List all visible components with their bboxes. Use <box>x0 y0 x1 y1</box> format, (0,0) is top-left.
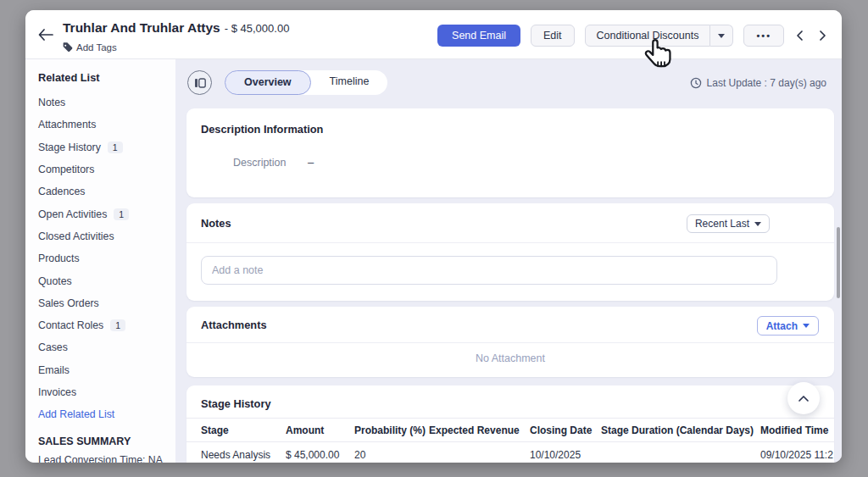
main-content: Overview Timeline Last Update : 7 day(s)… <box>175 59 842 463</box>
sidebar-item-notes[interactable]: Notes <box>38 92 167 114</box>
divider <box>186 342 834 343</box>
attachments-section: Attachments Attach No Attachment <box>186 307 834 377</box>
notes-sort-label: Recent Last <box>695 218 749 230</box>
panel-toggle-icon <box>194 78 206 88</box>
description-section: Description Information Description – <box>186 108 834 197</box>
vertical-scrollbar[interactable] <box>837 227 840 298</box>
conditional-discounts-button[interactable]: Conditional Discounts <box>585 25 711 47</box>
divider <box>186 242 834 243</box>
sidebar-item-cadences[interactable]: Cadences <box>38 180 167 202</box>
record-header: Truhlar And Truhlar Attys- $ 45,000.00 A… <box>25 10 842 59</box>
more-actions-button[interactable]: ••• <box>743 25 784 47</box>
app-window: Truhlar And Truhlar Attys- $ 45,000.00 A… <box>25 10 842 463</box>
back-arrow-icon[interactable] <box>37 28 54 42</box>
sidebar-item-products[interactable]: Products <box>38 247 167 269</box>
edit-button[interactable]: Edit <box>531 25 575 47</box>
notes-sort-dropdown[interactable]: Recent Last <box>687 214 770 233</box>
stage-history-section: Stage History Stage Amount Probability (… <box>186 385 834 463</box>
table-row[interactable]: Needs Analysis $ 45,000.00 20 10/10/2025… <box>186 442 834 463</box>
page-title: Truhlar And Truhlar Attys <box>63 20 220 35</box>
sidebar-item-quotes[interactable]: Quotes <box>38 269 167 291</box>
sidebar-item-invoices[interactable]: Invoices <box>38 381 167 403</box>
lead-conversion-time: Lead Conversion Time: NA <box>38 454 167 463</box>
conditional-discounts-split-button: Conditional Discounts <box>585 25 734 47</box>
section-title: Attachments <box>201 319 267 331</box>
caret-down-icon <box>718 34 725 38</box>
previous-record-icon[interactable] <box>794 30 806 42</box>
caret-down-icon <box>754 222 761 226</box>
count-badge: 1 <box>114 208 129 220</box>
last-update: Last Update : 7 day(s) ago <box>690 77 826 89</box>
section-title: Description Information <box>201 123 323 136</box>
section-title: Notes <box>201 217 231 230</box>
sidebar-item-stage-history[interactable]: Stage History1 <box>38 136 167 158</box>
scroll-to-top-button[interactable] <box>787 382 820 414</box>
sidebar-item-cases[interactable]: Cases <box>38 336 167 358</box>
table-header-row: Stage Amount Probability (%) Expected Re… <box>186 418 834 442</box>
sidebar-item-competitors[interactable]: Competitors <box>38 158 167 180</box>
sidebar-item-sales-orders[interactable]: Sales Orders <box>38 292 167 314</box>
add-tags-label: Add Tags <box>76 42 117 53</box>
add-related-list-link[interactable]: Add Related List <box>38 403 167 425</box>
description-field-value: – <box>308 156 314 169</box>
count-badge: 1 <box>108 141 123 153</box>
column-header-expected-revenue: Expected Revenue <box>429 424 530 436</box>
screen: { "header": { "title": "Truhlar And Truh… <box>0 0 868 477</box>
view-tabs: Overview Timeline <box>225 70 387 95</box>
no-attachment-text: No Attachment <box>186 352 834 364</box>
sidebar-item-open-activities[interactable]: Open Activities1 <box>38 202 167 225</box>
collapse-panel-button[interactable] <box>187 70 212 95</box>
attach-dropdown-button[interactable]: Attach <box>757 316 819 336</box>
caret-down-icon <box>803 324 810 328</box>
attach-label: Attach <box>766 320 798 332</box>
description-field-label: Description <box>233 157 287 169</box>
cell-amount: $ 45,000.00 <box>286 449 354 461</box>
related-list-header: Related List <box>38 71 167 83</box>
cell-stage: Needs Analysis <box>201 449 286 461</box>
add-note-input[interactable] <box>201 256 777 285</box>
column-header-stage: Stage <box>201 424 286 436</box>
deal-amount: - $ 45,000.00 <box>225 22 290 35</box>
last-update-text: Last Update : 7 day(s) ago <box>707 77 826 89</box>
column-header-amount: Amount <box>286 424 354 436</box>
tab-overview[interactable]: Overview <box>225 70 311 95</box>
related-list-sidebar: Related List Notes Attachments Stage His… <box>25 59 175 463</box>
column-header-modified-time: Modified Time <box>760 424 834 436</box>
count-badge: 1 <box>110 319 125 331</box>
next-record-icon[interactable] <box>816 30 828 42</box>
chevron-up-icon <box>797 393 810 403</box>
sidebar-item-attachments[interactable]: Attachments <box>38 114 167 136</box>
cell-probability: 20 <box>354 449 429 461</box>
column-header-probability: Probability (%) <box>354 424 429 436</box>
tab-timeline[interactable]: Timeline <box>311 70 388 95</box>
clock-icon <box>690 77 702 89</box>
sales-summary-header: SALES SUMMARY <box>38 432 167 451</box>
notes-section: Notes Recent Last <box>186 203 834 301</box>
record-title-row: Truhlar And Truhlar Attys- $ 45,000.00 <box>63 20 289 36</box>
cell-closing-date: 10/10/2025 <box>530 449 601 461</box>
add-tags[interactable]: Add Tags <box>62 42 117 53</box>
sidebar-item-emails[interactable]: Emails <box>38 359 167 381</box>
column-header-stage-duration: Stage Duration (Calendar Days) <box>601 424 760 436</box>
send-email-button[interactable]: Send Email <box>437 25 520 47</box>
sidebar-item-closed-activities[interactable]: Closed Activities <box>38 225 167 247</box>
cell-modified-time: 09/10/2025 11:2 <box>760 449 834 461</box>
view-tabbar: Overview Timeline Last Update : 7 day(s)… <box>175 59 842 106</box>
sidebar-item-contact-roles[interactable]: Contact Roles1 <box>38 314 167 336</box>
conditional-discounts-dropdown-button[interactable] <box>710 25 733 47</box>
tag-icon <box>62 42 73 53</box>
section-title: Stage History <box>201 397 271 410</box>
header-actions: Send Email Edit Conditional Discounts ••… <box>437 25 828 47</box>
column-header-closing-date: Closing Date <box>530 424 601 436</box>
